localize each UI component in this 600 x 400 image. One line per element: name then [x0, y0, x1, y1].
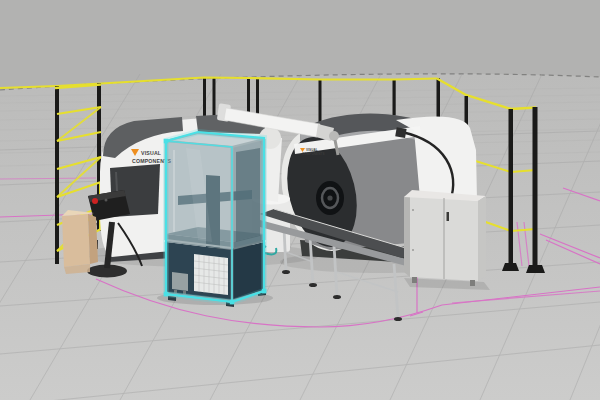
- vent-panel: [194, 254, 228, 295]
- side-box: [172, 272, 188, 291]
- logo-line1: VISUAL: [141, 150, 162, 156]
- machine-tending-cell-selected[interactable]: [164, 132, 266, 307]
- robot-wrist: [329, 131, 339, 141]
- cabinet-handle: [447, 212, 450, 221]
- emergency-stop-button[interactable]: [92, 198, 98, 204]
- logo-line2: COMPONENTS: [302, 152, 325, 156]
- electrical-cabinet[interactable]: [404, 190, 486, 286]
- simulation-viewport[interactable]: VISUAL COMPONENTS VISUAL COMPONENTS: [0, 0, 600, 400]
